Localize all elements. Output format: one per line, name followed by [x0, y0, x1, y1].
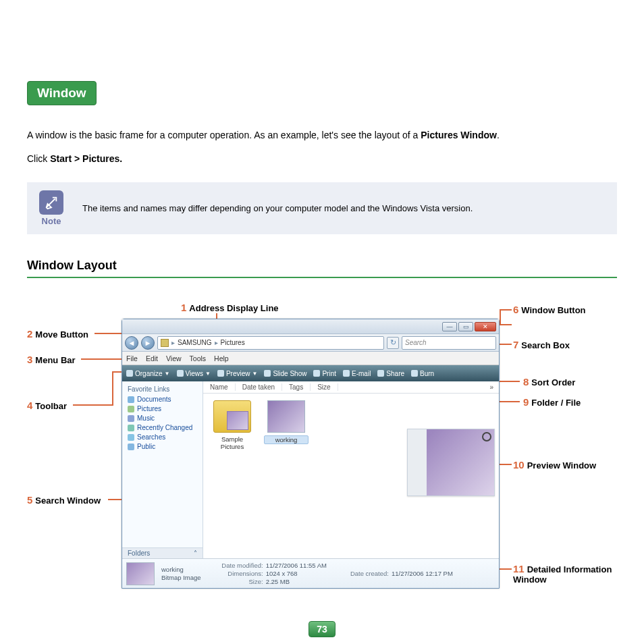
toolbar-share[interactable]: Share	[377, 370, 404, 377]
sidebar-link-documents[interactable]: Documents	[128, 396, 197, 403]
connector-line	[81, 358, 122, 360]
click-instruction: Click Start > Pictures.	[27, 152, 617, 166]
details-pane: working Bitmap Image Date modified:11/27…	[122, 558, 499, 588]
callout-3: 3Menu Bar	[27, 354, 76, 365]
public-icon	[128, 444, 134, 450]
menu-bar: File Edit View Tools Help	[122, 352, 499, 365]
vista-window: — ▭ ✕ ◄ ► ▸ SAMSUNG ▸ Pictures ↻ Search …	[122, 319, 500, 589]
forward-button[interactable]: ►	[141, 336, 155, 350]
section-heading: Window	[27, 81, 97, 105]
close-button[interactable]: ✕	[475, 322, 496, 331]
sidebar-link-public[interactable]: Public	[128, 443, 197, 450]
nav-row: ◄ ► ▸ SAMSUNG ▸ Pictures ↻ Search	[122, 334, 499, 352]
sidebar-link-music[interactable]: Music	[128, 414, 197, 422]
minimize-button[interactable]: —	[442, 322, 457, 331]
folder-icon	[161, 339, 169, 347]
chevron-down-icon: ▼	[252, 371, 258, 377]
chevron-down-icon: ▼	[205, 371, 211, 377]
toolbar-preview[interactable]: Preview▼	[217, 370, 258, 377]
burn-icon	[411, 370, 418, 377]
music-icon	[128, 415, 134, 422]
callout-1: 1Address Display Line	[181, 302, 279, 313]
connector-line	[500, 309, 501, 325]
toolbar-organize[interactable]: Organize▼	[126, 370, 170, 377]
callout-5: 5Search Window	[27, 494, 108, 506]
print-icon	[313, 370, 320, 377]
breadcrumb-seg[interactable]: SAMSUNG	[178, 339, 212, 346]
details-value: 11/27/2006 12:17 PM	[392, 570, 453, 577]
connector-line	[500, 324, 512, 325]
page-number: 73	[308, 621, 336, 637]
organize-icon	[126, 370, 133, 377]
slideshow-icon	[264, 370, 271, 377]
recent-icon	[128, 425, 134, 431]
toolbar-slideshow[interactable]: Slide Show	[264, 370, 306, 377]
image-thumbnail	[267, 400, 305, 433]
columns-expand[interactable]: »	[484, 383, 499, 391]
details-value: 2.25 MB	[266, 578, 290, 585]
diagram: 1Address Display Line 2Move Button 3Menu…	[27, 298, 617, 595]
callout-8: 8Sort Order	[523, 376, 575, 387]
toolbar-print[interactable]: Print	[313, 370, 336, 377]
col-datetaken[interactable]: Date taken	[236, 383, 282, 391]
col-name[interactable]: Name	[203, 383, 236, 391]
details-name: working	[161, 566, 201, 573]
note-text: The items and names may differ depending…	[82, 203, 473, 213]
callout-4: 4Toolbar	[27, 400, 67, 411]
menu-item-edit[interactable]: Edit	[146, 354, 158, 363]
menu-item-tools[interactable]: Tools	[190, 354, 207, 363]
refresh-button[interactable]: ↻	[387, 337, 399, 349]
intro-text-post: .	[497, 130, 500, 140]
note-icon	[39, 190, 63, 215]
intro-paragraph: A window is the basic frame for a comput…	[27, 128, 617, 142]
details-type: Bitmap Image	[161, 574, 201, 581]
menu-item-view[interactable]: View	[166, 354, 182, 363]
details-value: 1024 x 768	[266, 570, 298, 577]
share-icon	[377, 370, 384, 377]
item-label: working	[264, 435, 308, 444]
intro-text-pre: A window is the basic frame for a comput…	[27, 130, 421, 140]
titlebar: — ▭ ✕	[122, 319, 499, 334]
item-label: Sample Pictures	[210, 435, 254, 450]
breadcrumb-seg[interactable]: Pictures	[221, 339, 245, 346]
callout-10: 10Preview Window	[513, 459, 596, 471]
sidebar-link-pictures[interactable]: Pictures	[128, 405, 197, 412]
sidebar-link-searches[interactable]: Searches	[128, 433, 197, 441]
sidebar: Favorite Links Documents Pictures Music …	[122, 381, 203, 560]
connector-line	[112, 371, 113, 405]
menu-item-file[interactable]: File	[126, 354, 138, 363]
chevron-down-icon: ▼	[165, 371, 170, 377]
toolbar-views[interactable]: Views▼	[177, 370, 211, 377]
intro-bold: Pictures Window	[421, 130, 497, 140]
breadcrumb-sep: ▸	[215, 339, 218, 346]
back-button[interactable]: ◄	[125, 336, 138, 350]
toolbar-email[interactable]: E-mail	[343, 370, 371, 377]
menu-item-help[interactable]: Help	[214, 354, 229, 363]
item-working[interactable]: working	[264, 400, 308, 450]
chevron-up-icon: ˄	[194, 549, 197, 557]
toolbar-burn[interactable]: Burn	[411, 370, 434, 377]
details-key: Dimensions:	[208, 570, 263, 577]
column-headers: Name Date taken Tags Size »	[203, 381, 499, 394]
callout-7: 7Search Box	[513, 339, 570, 350]
note-box: Note The items and names may differ depe…	[27, 182, 617, 234]
folders-header[interactable]: Folders ˄	[122, 547, 203, 558]
click-pre: Click	[27, 153, 50, 164]
details-value: 11/27/2006 11:55 AM	[266, 562, 327, 569]
connector-line	[73, 404, 113, 406]
address-bar[interactable]: ▸ SAMSUNG ▸ Pictures	[157, 336, 384, 350]
col-size[interactable]: Size	[311, 383, 338, 391]
callout-9: 9Folder / File	[523, 396, 581, 408]
maximize-button[interactable]: ▭	[458, 322, 473, 331]
subsection-title: Window Layout	[27, 259, 617, 278]
item-sample-pictures[interactable]: Sample Pictures	[210, 400, 254, 450]
pictures-icon	[128, 406, 134, 412]
search-input[interactable]: Search	[402, 336, 496, 350]
content-area: Name Date taken Tags Size » Sample Pictu…	[203, 381, 499, 560]
col-tags[interactable]: Tags	[282, 383, 311, 391]
preview-icon	[217, 370, 224, 377]
documents-icon	[128, 396, 134, 403]
sidebar-link-recent[interactable]: Recently Changed	[128, 424, 197, 431]
details-key: Size:	[208, 578, 263, 585]
connector-line	[500, 309, 512, 311]
